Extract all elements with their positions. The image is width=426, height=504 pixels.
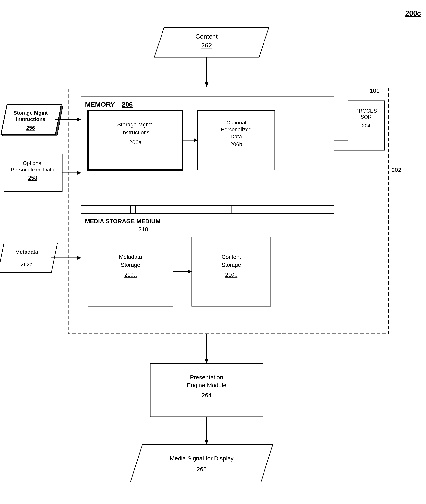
opt-pers-ext-label2: Personalized Data [11, 167, 55, 173]
storage-mgmt-ext-number: 256 [26, 125, 35, 131]
metadata-storage-label1: Metadata [119, 254, 142, 260]
opt-pers-inner-label3: Data [230, 133, 242, 140]
processor-number: 204 [362, 123, 370, 129]
storage-mgmt-inner-label1: Storage Mgmt. [117, 121, 154, 128]
arrowhead-optpers-to-memory [77, 171, 81, 175]
diagram-container: 200c Content 262 101 202 MEMORY 206 Stor… [0, 0, 426, 504]
metadata-ext-shape [0, 243, 57, 273]
storage-mgmt-ext-label2: Instructions [16, 116, 45, 122]
device-label-101: 101 [370, 88, 380, 94]
media-signal-shape [130, 445, 273, 482]
arrowhead-device-to-pem [205, 359, 209, 364]
processor-label2: SOR [361, 114, 372, 120]
metadata-storage-label2: Storage [121, 262, 140, 268]
content-number: 262 [201, 42, 212, 49]
ref-label: 200c [405, 9, 421, 17]
media-storage-number: 210 [138, 226, 148, 232]
pem-label2: Engine Module [187, 382, 226, 388]
diagram-svg: 200c Content 262 101 202 MEMORY 206 Stor… [0, 0, 426, 504]
pem-number: 264 [202, 392, 212, 398]
metadata-ext-label: Metadata [15, 249, 38, 255]
opt-pers-inner-number: 206b [230, 141, 242, 147]
processor-label1: PROCES [355, 108, 377, 114]
media-signal-number: 268 [197, 466, 206, 472]
opt-pers-ext-number: 258 [28, 175, 37, 181]
metadata-ext-number: 262a [21, 261, 33, 267]
content-label: Content [196, 33, 218, 40]
content-storage-number: 210b [225, 272, 237, 278]
opt-pers-ext-box [4, 154, 62, 192]
pem-label1: Presentation [190, 374, 223, 380]
storage-mgmt-ext-label1: Storage Mgmt [14, 110, 48, 116]
memory-label: MEMORY [85, 101, 115, 108]
opt-pers-inner-label1: Optional [226, 120, 246, 126]
opt-pers-ext-label1: Optional [23, 160, 43, 166]
content-storage-label2: Storage [222, 262, 241, 268]
metadata-storage-number: 210a [124, 272, 137, 278]
storage-mgmt-inner-number: 206a [129, 139, 142, 145]
opt-pers-inner-label2: Personalized [221, 127, 252, 133]
media-storage-label: MEDIA STORAGE MEDIUM [85, 218, 161, 224]
optional-personalized-inner-box [198, 111, 275, 170]
arrowhead-storagemgmt-to-memory [77, 118, 81, 121]
arrowhead-metadata-to-media [77, 256, 81, 260]
arrowhead-pem-to-signal [205, 440, 209, 445]
device-label-202: 202 [391, 167, 401, 173]
storage-mgmt-inner-label2: Instructions [121, 129, 149, 135]
arrowhead-content-to-device [205, 82, 209, 87]
memory-number: 206 [121, 101, 133, 108]
presentation-engine-box [150, 364, 263, 417]
media-signal-label: Media Signal for Display [170, 455, 234, 462]
content-storage-label1: Content [222, 254, 241, 260]
